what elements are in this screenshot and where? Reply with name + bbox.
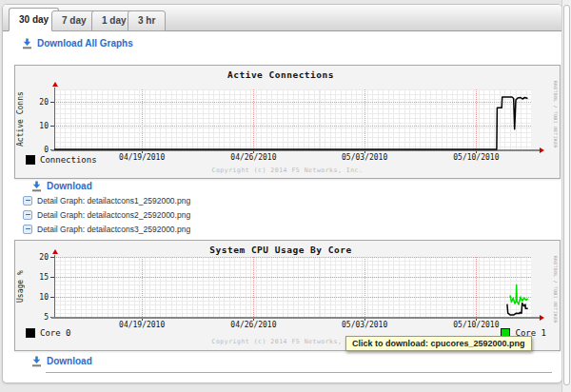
x-axis xyxy=(51,317,540,319)
y-axis xyxy=(54,255,55,317)
legend-core0: Core 0 xyxy=(26,328,71,338)
x-axis-arrow xyxy=(540,147,544,153)
y-axis-label: Usage % xyxy=(16,257,26,317)
graph-title: Active Connections xyxy=(15,69,546,80)
x-axis xyxy=(51,149,540,151)
y-tick-label: 5 xyxy=(22,313,49,322)
download-graph2-link[interactable]: Download xyxy=(31,355,92,367)
plot-area xyxy=(54,257,531,317)
legend-label: Connections xyxy=(40,155,97,165)
detail-graph-link-3[interactable]: Detail Graph: detailactcons3_2592000.png xyxy=(23,225,190,234)
x-tick-label: 05/10/2010 xyxy=(447,153,504,162)
divider xyxy=(46,372,552,373)
gridline-major-v xyxy=(253,257,254,317)
download-label: Download xyxy=(47,356,92,366)
legend-connections: Connections xyxy=(26,155,97,165)
rrdtool-watermark: RRDTOOL / TOBI OETIKER xyxy=(553,256,558,332)
tab-3-hr[interactable]: 3 hr xyxy=(128,10,166,31)
legend-swatch-core0 xyxy=(26,328,35,338)
y-tick-label: 20 xyxy=(22,98,49,107)
x-tick-label: 04/26/2010 xyxy=(225,321,282,329)
active-connections-graph[interactable]: Active Connections Active Conns Connecti… xyxy=(14,65,561,179)
download-all-graphs-label: Download All Graphs xyxy=(37,38,133,49)
gridline-major-v xyxy=(142,89,143,149)
gridline-major-v xyxy=(476,89,477,149)
plot-area xyxy=(54,89,531,149)
y-tick-label: 15 xyxy=(22,273,49,282)
detail-graph-link-2[interactable]: Detail Graph: detailactcons2_2592000.png xyxy=(23,210,190,220)
collapse-icon[interactable] xyxy=(23,225,32,234)
y-tick-label: 10 xyxy=(22,293,49,302)
gridline-major-v xyxy=(364,89,365,149)
x-tick-label: 04/26/2010 xyxy=(225,153,282,162)
y-tick-label: 20 xyxy=(22,253,49,262)
gridline-major-h xyxy=(54,126,531,127)
download-icon xyxy=(31,181,42,192)
detail-graph-link-1[interactable]: Detail Graph: detailactcons1_2592000.png xyxy=(23,196,190,206)
gridline-major-h xyxy=(54,257,531,258)
legend-swatch-connections xyxy=(26,155,35,165)
legend-label: Core 0 xyxy=(40,328,71,338)
y-tick-label: 10 xyxy=(22,122,49,130)
download-graph1-link[interactable]: Download xyxy=(31,180,92,192)
download-tooltip: Click to download: cpucores_2592000.png xyxy=(345,336,532,351)
y-tick-label: 0 xyxy=(22,146,49,154)
graph-title: System CPU Usage By Core xyxy=(15,245,546,255)
gridline-major-h xyxy=(54,102,531,103)
scrollbar-track[interactable] xyxy=(561,0,571,392)
cpu-usage-graph[interactable]: System CPU Usage By Core Usage % Core 0 … xyxy=(14,240,561,351)
download-icon xyxy=(22,38,32,49)
gridline-major-v xyxy=(476,257,477,317)
gridline-major-h xyxy=(54,297,531,298)
detail-graph-label: Detail Graph: detailactcons2_2592000.png xyxy=(37,210,190,220)
x-tick-label: 05/10/2010 xyxy=(447,321,504,329)
gridline-major-v xyxy=(364,257,365,317)
collapse-icon[interactable] xyxy=(23,196,32,206)
copyright-text: Copyright (c) 2014 F5 Networks, Inc. xyxy=(15,167,560,174)
tab-7-day[interactable]: 7 day xyxy=(51,10,97,31)
download-label: Download xyxy=(47,181,92,191)
detail-graph-label: Detail Graph: detailactcons1_2592000.png xyxy=(37,196,190,206)
gridline-major-v xyxy=(253,89,254,149)
gridline-major-h xyxy=(54,277,531,278)
rrdtool-watermark: RRDTOOL / TOBI OETIKER xyxy=(553,81,558,157)
download-all-graphs-link[interactable]: Download All Graphs xyxy=(22,37,133,49)
x-tick-label: 05/03/2010 xyxy=(336,321,393,329)
detail-graph-label: Detail Graph: detailactcons3_2592000.png xyxy=(37,225,190,234)
x-tick-label: 05/03/2010 xyxy=(336,153,393,162)
graphs-panel: 30 day 7 day 1 day 3 hr Download All Gra… xyxy=(2,4,562,383)
x-axis-arrow xyxy=(540,315,544,321)
tab-bar: 30 day 7 day 1 day 3 hr xyxy=(3,5,561,31)
scrollbar-thumb[interactable] xyxy=(563,5,570,385)
y-axis xyxy=(54,88,55,149)
y-axis-arrow xyxy=(52,249,58,254)
download-icon xyxy=(31,356,42,367)
gridline-major-v xyxy=(142,257,143,317)
x-tick-label: 04/19/2010 xyxy=(113,153,170,162)
x-tick-label: 04/19/2010 xyxy=(113,321,170,329)
collapse-icon[interactable] xyxy=(23,210,32,220)
y-axis-arrow xyxy=(52,82,58,87)
